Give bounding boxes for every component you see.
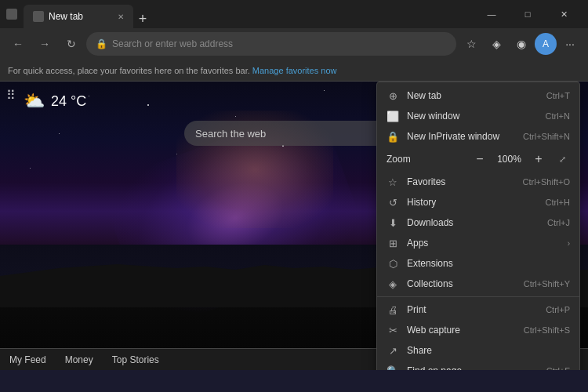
- find-icon: 🔍: [387, 365, 399, 370]
- shortcut-downloads: Ctrl+J: [547, 218, 570, 227]
- menu-item-new-tab[interactable]: ⊕ New tab Ctrl+T: [377, 85, 579, 106]
- tab-favicon: [33, 11, 44, 22]
- menu-label-extensions: Extensions: [407, 258, 570, 269]
- collections-icon: ◈: [387, 278, 399, 290]
- menu-item-history[interactable]: ↺ History Ctrl+H: [377, 192, 579, 212]
- menu-item-webcapture[interactable]: ✂ Web capture Ctrl+Shift+S: [377, 320, 579, 340]
- shortcut-history: Ctrl+H: [546, 198, 570, 207]
- bottom-nav-stories[interactable]: Top Stories: [112, 354, 159, 365]
- zoom-expand-button[interactable]: ⤢: [554, 151, 570, 167]
- apps-icon: ⊞: [387, 237, 399, 249]
- extensions-icon: ⬡: [387, 257, 399, 270]
- webcapture-icon: ✂: [387, 324, 399, 336]
- address-text: Search or enter web address: [112, 38, 233, 49]
- bottom-nav-money[interactable]: Money: [65, 354, 93, 365]
- shortcut-new-window: Ctrl+N: [546, 111, 570, 121]
- menu-item-extensions[interactable]: ⬡ Extensions: [377, 253, 579, 274]
- menu-button[interactable]: ···: [558, 32, 582, 56]
- menu-label-new-tab: New tab: [407, 90, 539, 101]
- menu-item-inprivate[interactable]: 🔒 New InPrivate window Ctrl+Shift+N: [377, 126, 579, 147]
- shortcut-find: Ctrl+F: [546, 366, 570, 370]
- weather-icon: ⛅: [24, 91, 45, 111]
- context-menu: ⊕ New tab Ctrl+T ⬜ New window Ctrl+N 🔒 N…: [376, 82, 580, 370]
- menu-label-downloads: Downloads: [407, 217, 539, 228]
- apps-grid-widget[interactable]: ⠿: [6, 88, 16, 103]
- favorites-bar-text: For quick access, place your favorites h…: [8, 66, 250, 75]
- menu-item-find[interactable]: 🔍 Find on page Ctrl+F: [377, 361, 579, 370]
- lock-icon: 🔒: [96, 38, 107, 49]
- menu-label-share: Share: [407, 345, 570, 356]
- tab-close-button[interactable]: ✕: [118, 13, 124, 21]
- new-tab-icon: ⊕: [387, 89, 399, 102]
- profile-button[interactable]: A: [535, 33, 557, 55]
- shortcut-collections: Ctrl+Shift+Y: [524, 279, 570, 289]
- minimize-button[interactable]: —: [474, 0, 510, 28]
- manage-favorites-link[interactable]: Manage favorites now: [252, 66, 337, 75]
- zoom-row: Zoom − 100% + ⤢: [377, 147, 579, 172]
- inprivate-icon: 🔒: [387, 130, 399, 143]
- menu-label-webcapture: Web capture: [407, 325, 516, 336]
- menu-label-collections: Collections: [407, 278, 516, 289]
- menu-label-print: Print: [407, 304, 538, 315]
- toolbar: ← → ↻ 🔒 Search or enter web address ☆ ◈ …: [0, 28, 588, 60]
- zoom-value: 100%: [495, 154, 523, 165]
- shortcut-webcapture: Ctrl+Shift+S: [524, 325, 570, 335]
- favorites-icon: ☆: [387, 176, 399, 188]
- weather-temperature: 24 °C: [51, 93, 86, 110]
- weather-widget: ⛅ 24 °C: [24, 91, 86, 111]
- menu-label-find: Find on page: [407, 365, 539, 370]
- close-button[interactable]: ✕: [546, 0, 582, 28]
- tab-label: New tab: [49, 11, 83, 22]
- shortcut-inprivate: Ctrl+Shift+N: [523, 132, 570, 141]
- menu-item-apps[interactable]: ⊞ Apps ›: [377, 233, 579, 253]
- shortcut-print: Ctrl+P: [546, 305, 570, 314]
- zoom-minus-button[interactable]: −: [470, 150, 489, 169]
- menu-item-print[interactable]: 🖨 Print Ctrl+P: [377, 299, 579, 320]
- toolbar-actions: ☆ ◈ ◉ A ···: [459, 32, 582, 56]
- active-tab[interactable]: New tab ✕: [24, 5, 133, 28]
- browser-icon: [6, 9, 17, 20]
- title-bar: New tab ✕ + — □ ✕: [0, 0, 588, 28]
- apps-grid-icon: ⠿: [6, 88, 16, 103]
- collections-button[interactable]: ◈: [485, 32, 508, 56]
- downloads-icon: ⬇: [387, 216, 399, 229]
- back-button[interactable]: ←: [6, 32, 30, 56]
- search-bar[interactable]: Search the web: [184, 121, 404, 146]
- shortcut-new-tab: Ctrl+T: [546, 91, 570, 100]
- menu-item-share[interactable]: ↗ Share: [377, 340, 579, 361]
- history-icon: ↺: [387, 196, 399, 209]
- maximize-button[interactable]: □: [510, 0, 546, 28]
- new-window-icon: ⬜: [387, 110, 399, 122]
- zoom-label: Zoom: [387, 154, 464, 165]
- main-content: ⠿ ⛅ 24 °C Search the web Quick lin... My…: [0, 82, 588, 370]
- menu-label-apps: Apps: [407, 238, 560, 249]
- print-icon: 🖨: [387, 303, 399, 316]
- share-icon: ↗: [387, 344, 399, 357]
- menu-item-favorites[interactable]: ☆ Favorites Ctrl+Shift+O: [377, 172, 579, 192]
- menu-item-downloads[interactable]: ⬇ Downloads Ctrl+J: [377, 212, 579, 233]
- apps-arrow-icon: ›: [568, 239, 570, 248]
- browser-controls: [6, 9, 17, 20]
- search-placeholder: Search the web: [195, 128, 266, 140]
- new-tab-button[interactable]: +: [133, 9, 152, 28]
- tab-area: New tab ✕ +: [24, 0, 467, 28]
- menu-label-inprivate: New InPrivate window: [407, 131, 515, 142]
- zoom-plus-button[interactable]: +: [529, 150, 548, 169]
- refresh-button[interactable]: ↻: [60, 32, 83, 56]
- address-bar[interactable]: 🔒 Search or enter web address: [86, 32, 456, 56]
- bottom-nav-feed[interactable]: My Feed: [9, 354, 46, 365]
- wallet-button[interactable]: ◉: [510, 32, 533, 56]
- menu-separator-1: [377, 296, 579, 297]
- menu-label-new-window: New window: [407, 111, 538, 122]
- forward-button[interactable]: →: [33, 32, 56, 56]
- menu-item-collections[interactable]: ◈ Collections Ctrl+Shift+Y: [377, 274, 579, 294]
- shortcut-favorites: Ctrl+Shift+O: [522, 177, 570, 187]
- menu-label-favorites: Favorites: [407, 176, 514, 187]
- menu-item-new-window[interactable]: ⬜ New window Ctrl+N: [377, 106, 579, 126]
- window-controls: — □ ✕: [474, 0, 582, 28]
- menu-label-history: History: [407, 197, 538, 208]
- favorites-star-button[interactable]: ☆: [459, 32, 483, 56]
- favorites-bar: For quick access, place your favorites h…: [0, 60, 588, 82]
